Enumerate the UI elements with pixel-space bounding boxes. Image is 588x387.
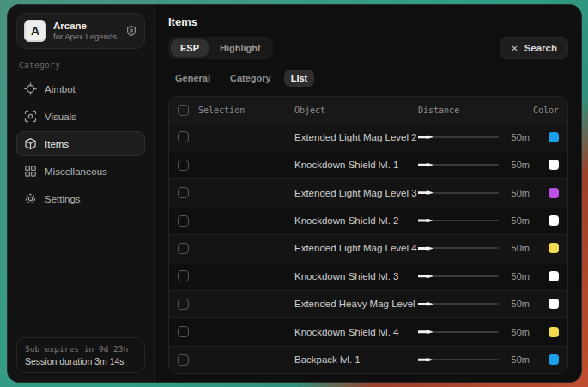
search-button[interactable]: ✕ Search bbox=[500, 37, 568, 59]
column-header-color: Color bbox=[530, 106, 559, 115]
slider-thumb[interactable] bbox=[418, 134, 433, 141]
distance-slider[interactable] bbox=[418, 160, 499, 169]
items-table: Selection Object Distance Color Extended… bbox=[168, 96, 568, 374]
sidebar-item-miscellaneous[interactable]: Miscellaneous bbox=[16, 159, 145, 184]
distance-cell: 50m bbox=[418, 132, 530, 142]
color-swatch[interactable] bbox=[549, 299, 559, 309]
row-checkbox[interactable] bbox=[178, 299, 189, 310]
table-body: Extended Light Mag Level 2 50m Knockdown… bbox=[169, 123, 567, 373]
distance-cell: 50m bbox=[418, 271, 530, 281]
distance-value: 50m bbox=[506, 327, 530, 337]
column-header-object: Object bbox=[294, 106, 418, 115]
view-tab-group: General Category List bbox=[168, 70, 568, 87]
distance-cell: 50m bbox=[418, 327, 530, 337]
sidebar-item-settings[interactable]: Settings bbox=[16, 186, 145, 211]
subscription-status-card: Sub expires in 9d 23h Session duration 3… bbox=[16, 337, 145, 373]
brand-card: A Arcane for Apex Legends bbox=[16, 13, 145, 49]
tab-highlight[interactable]: Highlight bbox=[210, 39, 270, 57]
color-swatch[interactable] bbox=[549, 354, 559, 365]
app-subtitle: for Apex Legends bbox=[53, 32, 117, 42]
distance-slider[interactable] bbox=[418, 355, 499, 364]
distance-cell: 50m bbox=[418, 354, 530, 365]
object-name: Extended Light Mag Level 3 bbox=[294, 188, 418, 198]
tab-esp[interactable]: ESP bbox=[171, 39, 209, 57]
distance-slider[interactable] bbox=[418, 133, 499, 142]
row-checkbox[interactable] bbox=[178, 131, 189, 142]
sidebar-item-label: Visuals bbox=[45, 112, 76, 122]
row-checkbox[interactable] bbox=[178, 243, 189, 254]
page-title: Items bbox=[168, 15, 568, 28]
select-all-checkbox[interactable] bbox=[178, 105, 189, 116]
object-name: Knockdown Shield lvl. 2 bbox=[294, 215, 418, 226]
distance-slider[interactable] bbox=[418, 272, 499, 281]
sidebar: A Arcane for Apex Legends Category Aimbo bbox=[8, 5, 154, 382]
slider-thumb[interactable] bbox=[418, 217, 433, 224]
distance-cell: 50m bbox=[418, 215, 530, 226]
color-swatch[interactable] bbox=[549, 243, 559, 253]
slider-thumb[interactable] bbox=[418, 273, 433, 280]
distance-value: 50m bbox=[506, 243, 530, 253]
distance-slider[interactable] bbox=[418, 189, 499, 197]
distance-slider[interactable] bbox=[418, 328, 499, 336]
sub-expires-text: Sub expires in 9d 23h bbox=[25, 344, 136, 354]
brand-text: Arcane for Apex Legends bbox=[53, 20, 117, 42]
tab-list[interactable]: List bbox=[284, 70, 315, 87]
table-row: Extended Light Mag Level 4 50m bbox=[169, 234, 567, 262]
row-checkbox[interactable] bbox=[178, 187, 189, 198]
slider-thumb[interactable] bbox=[418, 245, 433, 251]
color-swatch[interactable] bbox=[549, 160, 559, 170]
tab-general[interactable]: General bbox=[168, 70, 217, 87]
slider-thumb[interactable] bbox=[418, 300, 433, 307]
row-checkbox[interactable] bbox=[178, 354, 189, 366]
table-row: Extended Light Mag Level 3 50m bbox=[169, 178, 567, 206]
scan-eye-icon bbox=[24, 110, 37, 123]
object-name: Extended Light Mag Level 2 bbox=[294, 132, 418, 142]
table-header: Selection Object Distance Color bbox=[169, 97, 567, 123]
table-row: Backpack lvl. 1 50m bbox=[169, 346, 567, 373]
app-window: A Arcane for Apex Legends Category Aimbo bbox=[7, 4, 582, 383]
distance-value: 50m bbox=[506, 299, 530, 309]
distance-value: 50m bbox=[506, 354, 530, 365]
color-swatch[interactable] bbox=[549, 188, 559, 198]
distance-value: 50m bbox=[506, 188, 530, 198]
sidebar-item-items[interactable]: Items bbox=[16, 131, 145, 156]
row-checkbox[interactable] bbox=[178, 215, 189, 227]
toolbar: ESP Highlight ✕ Search bbox=[168, 37, 568, 59]
app-logo: A bbox=[24, 20, 46, 42]
distance-slider[interactable] bbox=[418, 244, 499, 252]
distance-cell: 50m bbox=[418, 243, 530, 253]
sidebar-item-label: Aimbot bbox=[45, 84, 76, 94]
table-row: Knockdown Shield lvl. 4 50m bbox=[169, 317, 567, 345]
grid-icon bbox=[24, 165, 37, 178]
color-swatch[interactable] bbox=[549, 132, 559, 142]
table-row: Extended Light Mag Level 2 50m bbox=[169, 123, 567, 150]
search-button-label: Search bbox=[524, 43, 557, 53]
slider-thumb[interactable] bbox=[418, 329, 433, 336]
shield-icon[interactable] bbox=[125, 25, 137, 37]
search-icon: ✕ bbox=[511, 44, 518, 53]
tab-category[interactable]: Category bbox=[223, 70, 278, 87]
main-panel: Items ESP Highlight ✕ Search General Cat… bbox=[154, 5, 581, 382]
sidebar-item-visuals[interactable]: Visuals bbox=[16, 104, 145, 129]
distance-value: 50m bbox=[506, 160, 530, 170]
sidebar-section-label: Category bbox=[19, 60, 142, 70]
color-swatch[interactable] bbox=[549, 271, 559, 281]
color-swatch[interactable] bbox=[549, 215, 559, 226]
object-name: Knockdown Shield lvl. 4 bbox=[294, 327, 418, 337]
row-checkbox[interactable] bbox=[178, 270, 189, 281]
crosshair-icon bbox=[24, 82, 37, 95]
row-checkbox[interactable] bbox=[178, 326, 189, 337]
table-row: Knockdown Shield lvl. 3 50m bbox=[169, 262, 567, 289]
distance-value: 50m bbox=[506, 271, 530, 281]
slider-thumb[interactable] bbox=[418, 356, 433, 363]
slider-thumb[interactable] bbox=[418, 161, 433, 168]
color-swatch[interactable] bbox=[549, 327, 559, 337]
distance-slider[interactable] bbox=[418, 216, 499, 225]
distance-cell: 50m bbox=[418, 188, 530, 198]
distance-slider[interactable] bbox=[418, 299, 499, 308]
sidebar-item-aimbot[interactable]: Aimbot bbox=[16, 76, 145, 101]
object-name: Extended Heavy Mag Level 1 bbox=[294, 299, 418, 309]
object-name: Knockdown Shield lvl. 1 bbox=[294, 160, 418, 170]
row-checkbox[interactable] bbox=[178, 160, 189, 171]
slider-thumb[interactable] bbox=[418, 190, 433, 197]
